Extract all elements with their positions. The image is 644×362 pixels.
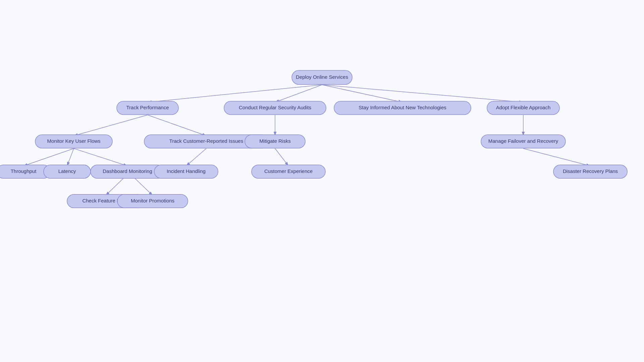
node-flexible-label: Adopt Flexible Approach [496,105,551,110]
node-security-label: Conduct Regular Security Audits [239,105,311,110]
node-monitorpromo-label: Monitor Promotions [131,198,174,203]
node-manage-failover[interactable]: Manage Failover and Recovery [481,135,566,148]
node-mitigate[interactable]: Mitigate Risks [245,135,305,148]
edge-root-trackperf [148,85,322,102]
node-managefailover-label: Manage Failover and Recovery [488,138,558,144]
edge-root-flexible [322,85,523,102]
edge-root-security [275,85,322,102]
edge-tp-tc [148,115,206,136]
node-incident[interactable]: Incident Handling [154,165,218,178]
node-security-audits[interactable]: Conduct Regular Security Audits [224,101,326,115]
node-newtech-label: Stay Informed About New Technologies [359,105,446,110]
node-root-label: Deploy Online Services [296,74,348,80]
node-mitigate-label: Mitigate Risks [259,138,290,144]
node-disaster-label: Disaster Recovery Plans [563,168,618,174]
node-customerexp-label: Customer Experience [264,168,313,174]
edge-dash-cf [106,178,124,195]
edge-tc-inc [186,148,206,166]
node-latency[interactable]: Latency [44,165,91,178]
node-latency-label: Latency [58,168,76,174]
node-monitor-promo[interactable]: Monitor Promotions [117,194,188,208]
edge-tp-mk [74,115,148,136]
edge-mit-ce [275,148,288,166]
edge-dash-mp [134,178,153,195]
node-disaster[interactable]: Disaster Recovery Plans [553,165,627,178]
node-root[interactable]: Deploy Online Services [292,70,352,84]
node-new-tech[interactable]: Stay Informed About New Technologies [334,101,471,115]
edge-mk-tp [23,148,74,166]
edge-mk-lat [67,148,74,166]
node-dashboard-label: Dashboard Monitoring [103,168,152,174]
node-throughput[interactable]: Throughput [0,165,50,178]
node-dashboard[interactable]: Dashboard Monitoring [91,165,164,178]
node-flexible[interactable]: Adopt Flexible Approach [487,101,559,115]
mindmap-diagram: Deploy Online Services Track Performance… [0,0,644,362]
edge-mf-dr [523,148,590,166]
node-incident-label: Incident Handling [167,168,206,174]
node-monitor-key[interactable]: Monitor Key User Flows [35,135,112,148]
node-throughput-label: Throughput [11,168,37,174]
edge-root-newtech [322,85,402,102]
node-trackperf-label: Track Performance [126,105,169,110]
edge-mk-dash [74,148,127,166]
node-monitorkey-label: Monitor Key User Flows [47,138,100,144]
node-customer-exp[interactable]: Customer Experience [252,165,325,178]
node-trackcustomer-label: Track Customer-Reported Issues [169,138,243,144]
node-track-performance[interactable]: Track Performance [117,101,178,115]
